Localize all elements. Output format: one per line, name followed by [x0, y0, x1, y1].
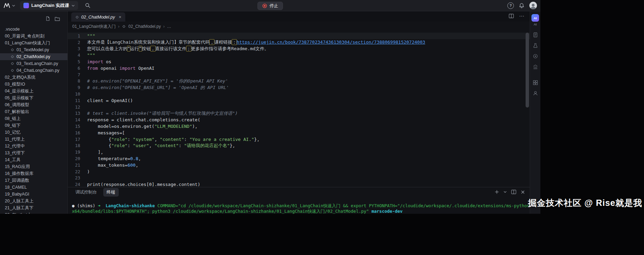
- folder-item[interactable]: 20_人脉工具上: [0, 198, 67, 204]
- folder-item[interactable]: 01_LangChain快速入门: [0, 40, 67, 46]
- file-item[interactable]: 03_TextLangChain.py: [0, 60, 67, 67]
- search-icon: [85, 3, 91, 8]
- folder-item[interactable]: 05_提示模板下: [0, 95, 67, 101]
- code-line: 4""": [68, 52, 530, 58]
- file-label: 21_人脉工具下: [5, 205, 33, 211]
- line-number: 23: [68, 175, 80, 180]
- screenshot-canvas: LangChain 实战课 停止 ?: [0, 0, 644, 255]
- breadcrumb-item[interactable]: …: [167, 24, 171, 29]
- file-explorer: .vscode00_开篇词_奇点时刻01_LangChain快速入门01_Tex…: [0, 11, 67, 214]
- scrollbar-thumb[interactable]: [526, 33, 529, 108]
- folder-item[interactable]: 17_回调函数: [0, 177, 67, 184]
- file-label: 13_代理下: [5, 150, 25, 156]
- code-line: 9# os.environ["OPENAI_BASE_URL"] = 'Open…: [68, 84, 530, 91]
- breadcrumb-item[interactable]: 01_LangChain快速入门: [72, 24, 116, 30]
- stop-label: 停止: [270, 3, 278, 9]
- ai-assistant-icon[interactable]: AI: [531, 14, 539, 22]
- new-folder-icon[interactable]: [55, 16, 60, 21]
- panel-tab[interactable]: 调试控制台: [72, 188, 101, 197]
- breadcrumb-separator: ›: [163, 24, 165, 29]
- beaker-icon[interactable]: [532, 43, 538, 48]
- panel-tabs: 调试控制台终端: [72, 188, 119, 197]
- file-item[interactable]: 04_ChatLongChain.py: [0, 67, 67, 74]
- tab-bar: 02_ChatModel.py × ⋯: [68, 11, 530, 22]
- file-item[interactable]: 01_TextModel.py: [0, 46, 67, 53]
- folder-item[interactable]: 14_工具: [0, 156, 67, 163]
- folder-item[interactable]: 10_记忆: [0, 129, 67, 136]
- top-bar: LangChain 实战课 停止 ?: [0, 0, 540, 11]
- file-label: 14_工具: [5, 157, 21, 163]
- folder-item[interactable]: 06_调用模型: [0, 101, 67, 108]
- code-lines: 1"""2本文件是【LangChain系统安装和快速入门】章节的配套代码，课程链…: [68, 33, 530, 187]
- line-number: 20: [68, 156, 80, 161]
- code-editor[interactable]: 1"""2本文件是【LangChain系统安装和快速入门】章节的配套代码，课程链…: [68, 31, 530, 187]
- folder-item[interactable]: 18_CAMEL: [0, 184, 67, 191]
- code-line: 23: [68, 175, 530, 181]
- editor-column: 02_ChatModel.py × ⋯ 01_LangChain快速入门›02_…: [67, 11, 530, 214]
- folder-item[interactable]: 22_Chatbot上: [0, 211, 67, 214]
- code-line: 12: [68, 104, 530, 110]
- close-panel-icon[interactable]: [521, 190, 525, 194]
- breadcrumb-item[interactable]: 02_ChatModel.py: [128, 24, 161, 29]
- panel-tab[interactable]: 终端: [103, 188, 119, 197]
- line-number: 3: [68, 46, 80, 51]
- file-list: .vscode00_开篇词_奇点时刻01_LangChain快速入门01_Tex…: [0, 23, 67, 214]
- course-logo-icon: [23, 3, 29, 8]
- line-number: 21: [68, 163, 80, 168]
- folder-item[interactable]: 09_链下: [0, 122, 67, 129]
- file-label: 22_Chatbot上: [5, 212, 31, 214]
- folder-item[interactable]: 02_文档QA系统: [0, 74, 67, 81]
- editor-tab[interactable]: 02_ChatModel.py ×: [71, 12, 125, 22]
- chevron-down-icon[interactable]: [504, 191, 507, 193]
- bell-icon[interactable]: [519, 3, 525, 9]
- code-line: 14response = client.chat.completions.cre…: [68, 117, 530, 123]
- help-icon[interactable]: ?: [507, 2, 514, 9]
- code-line: 19 ],: [68, 149, 530, 155]
- folder-item[interactable]: 11_代理上: [0, 136, 67, 143]
- course-title: LangChain 实战课: [31, 2, 69, 9]
- file-item[interactable]: 02_ChatModel.py: [0, 53, 67, 60]
- terminal-output[interactable]: ● (shims) ➜ LangChain-shizhanke COMMAND=…: [68, 197, 530, 214]
- folder-item[interactable]: 03_模型IO: [0, 81, 67, 88]
- folder-item[interactable]: 13_代理下: [0, 149, 67, 156]
- chevron-down-icon: [72, 4, 75, 7]
- folder-item[interactable]: 12_代理中: [0, 143, 67, 149]
- folder-item[interactable]: .vscode: [0, 26, 67, 33]
- explorer-actions: [0, 11, 67, 23]
- folder-item[interactable]: 15_RAG应用: [0, 163, 67, 170]
- split-editor-icon[interactable]: [509, 14, 514, 18]
- file-label: 15_RAG应用: [5, 164, 30, 170]
- new-terminal-icon[interactable]: [495, 190, 499, 194]
- folder-item[interactable]: 04_提示模板上: [0, 88, 67, 95]
- code-line: 20 temperature=0.8,: [68, 155, 530, 162]
- line-number: 14: [68, 117, 80, 122]
- library-icon[interactable]: [532, 64, 538, 70]
- folder-item[interactable]: 19_BabyAGI: [0, 191, 67, 198]
- breadcrumb: 01_LangChain快速入门›02_ChatModel.py›…: [68, 22, 530, 31]
- folder-item[interactable]: 08_链上: [0, 115, 67, 122]
- line-number: 19: [68, 149, 80, 155]
- split-panel-icon[interactable]: [511, 190, 516, 194]
- app-menu-button[interactable]: [3, 3, 15, 8]
- avatar[interactable]: [529, 2, 537, 9]
- new-file-icon[interactable]: [45, 16, 50, 21]
- code-line: 16 messages=[: [68, 130, 530, 136]
- folder-item[interactable]: 16_操作数据库: [0, 170, 67, 177]
- code-line: 22): [68, 168, 530, 175]
- folder-item[interactable]: 21_人脉工具下: [0, 204, 67, 211]
- search-button[interactable]: [85, 3, 91, 8]
- target-icon[interactable]: [532, 54, 538, 59]
- more-actions-icon[interactable]: ⋯: [519, 14, 524, 18]
- course-switcher[interactable]: LangChain 实战课: [20, 1, 78, 10]
- folder-item[interactable]: 07_解析输出: [0, 108, 67, 115]
- close-icon[interactable]: ×: [119, 14, 122, 20]
- file-label: 02_文档QA系统: [5, 75, 35, 80]
- stop-button[interactable]: 停止: [257, 2, 283, 10]
- panel-header: 调试控制台终端: [68, 187, 530, 197]
- user-icon[interactable]: [532, 90, 538, 96]
- line-number: 16: [68, 130, 80, 135]
- report-icon[interactable]: [532, 32, 538, 38]
- extensions-grid-icon[interactable]: [532, 80, 538, 85]
- python-file-icon: [10, 68, 14, 73]
- folder-item[interactable]: 00_开篇词_奇点时刻: [0, 33, 67, 40]
